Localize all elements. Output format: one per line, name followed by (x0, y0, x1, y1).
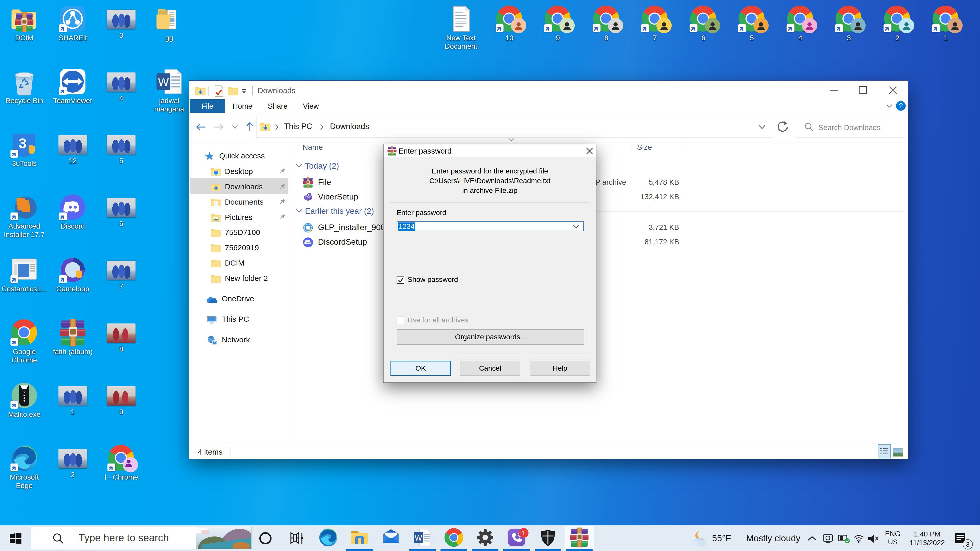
svg-text:?: ? (899, 102, 903, 110)
